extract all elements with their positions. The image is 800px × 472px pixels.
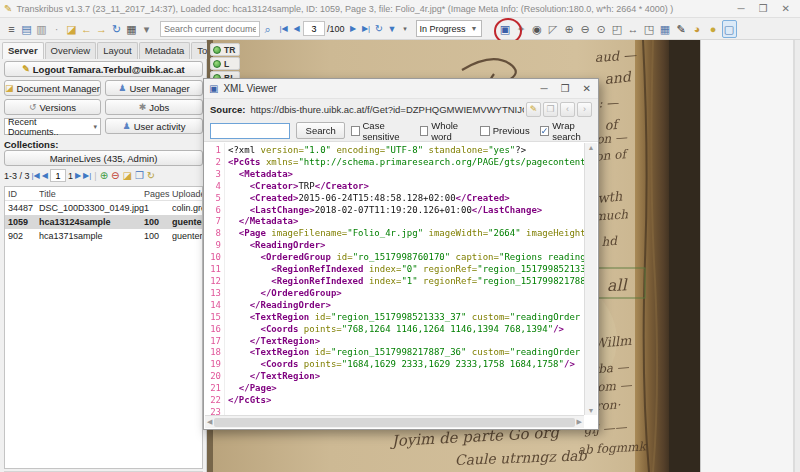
xml-code[interactable]: <?xml version="1.0" encoding="UTF-8" sta… — [225, 143, 584, 415]
dialog-close-button[interactable]: ✕ — [583, 83, 591, 94]
xml-horizontal-scrollbar[interactable]: ◀ ▶ — [205, 415, 584, 428]
pager-last-button[interactable]: ▶| — [83, 171, 91, 180]
checkbox-previous[interactable]: Previous — [480, 120, 530, 142]
reload-page-button[interactable]: ↻ — [373, 23, 386, 34]
xml-search-input[interactable] — [210, 123, 290, 139]
scroll-up-icon[interactable]: ▲ — [588, 144, 595, 151]
table-row-selected[interactable]: 1059 hca13124sample 100 guenter — [5, 215, 202, 229]
toggle-text-regions[interactable]: TR — [210, 43, 240, 56]
xml-line: <OrderedGroup id="ro_1517998760170" capt… — [228, 252, 584, 264]
image-mode-icon[interactable]: ▦ — [658, 20, 673, 38]
document-manager-button[interactable]: ◪ Document Manager — [4, 80, 101, 96]
first-page-button[interactable]: |◀ — [277, 24, 290, 33]
toggle-lines[interactable]: L — [210, 57, 240, 70]
line-number: 5 — [205, 193, 221, 205]
manuscript-word: aud — — [594, 47, 638, 65]
add-doc-icon[interactable]: ⊕ — [100, 170, 108, 181]
next-page-button[interactable]: ▶ — [347, 24, 360, 33]
folder-icon: ◪ — [5, 83, 14, 93]
tab-server[interactable]: Server — [2, 42, 44, 59]
recent-documents-combobox[interactable]: Recent Documents.. ▾ — [4, 118, 101, 135]
prev-page-button[interactable]: ◀ — [290, 24, 303, 33]
page-vertical-scrollbar[interactable] — [794, 40, 800, 472]
help-icon[interactable]: ● — [706, 20, 721, 38]
pen-icon[interactable]: ✎ — [674, 20, 689, 38]
palette-icon[interactable]: ◕ — [690, 20, 705, 38]
reload-doc-icon[interactable]: ↻ — [109, 20, 124, 38]
checkbox-wrap-search[interactable]: ✓Wrap search — [540, 120, 592, 142]
window-close-button[interactable]: ✕ — [782, 3, 790, 14]
fit-width-icon[interactable]: ↔ — [626, 20, 641, 38]
fit-page-icon[interactable]: ◰ — [610, 20, 625, 38]
pager-first-button[interactable]: |◀ — [32, 171, 40, 180]
checkbox-whole-word[interactable]: Whole word — [420, 120, 470, 142]
show-image-icon[interactable]: ◉ — [530, 20, 545, 38]
scroll-right-icon[interactable]: ▶ — [577, 418, 582, 426]
save-dropdown-caret-icon[interactable]: ▾ — [399, 25, 412, 33]
select-region-icon[interactable]: ◸ — [546, 20, 561, 38]
xml-viewer-dialog: ▣ XML Viewer ─ ❒ ✕ Source: https://dbis-… — [203, 78, 599, 430]
pager-page-input[interactable] — [50, 169, 66, 182]
tab-overview[interactable]: Overview — [45, 42, 97, 59]
table-row[interactable]: 34487 DSC_100D3300_0149.jpg 1 colin.gre — [5, 201, 202, 215]
fit-height-icon[interactable]: ◳ — [642, 20, 657, 38]
copy-icon[interactable]: ❐ — [543, 102, 558, 117]
collection-selector[interactable]: MarineLives (435, Admin) — [4, 150, 203, 166]
pointer-small-icon[interactable]: · — [49, 20, 64, 38]
window-maximize-button[interactable]: ❒ — [759, 3, 768, 14]
duplicate-icon[interactable]: ❐ — [135, 170, 144, 181]
window-titlebar: ✎ Transkribus v1.3.7 (23_11_2017_14:37),… — [0, 0, 800, 18]
prev-doc-icon[interactable]: ← — [79, 20, 94, 38]
status-combobox[interactable]: In Progress ▼ — [416, 20, 482, 37]
tab-metadata[interactable]: Metadata — [139, 42, 191, 59]
next-doc-icon[interactable]: → — [94, 20, 109, 38]
logout-button[interactable]: ✎ Logout Tamara.Terbul@uibk.ac.at — [4, 61, 203, 77]
xml-line — [228, 407, 584, 415]
focus-toggle-icon[interactable]: ▢ — [722, 20, 737, 38]
dialog-maximize-button[interactable]: ❒ — [561, 83, 570, 94]
transkribus-window: ✎ Transkribus v1.3.7 (23_11_2017_14:37),… — [0, 0, 800, 472]
zoom-out-icon[interactable]: ⊖ — [578, 20, 593, 38]
dialog-minimize-button[interactable]: ─ — [541, 83, 548, 94]
zoom-in-icon[interactable]: ⊕ — [562, 20, 577, 38]
open-doc-icon[interactable]: ◪ — [64, 20, 79, 38]
folder-icon[interactable]: ◪ — [122, 170, 131, 181]
overflow-icon[interactable]: ▾ — [139, 20, 154, 38]
menu-icon[interactable]: ≡ — [4, 20, 19, 38]
zoom-reset-icon[interactable]: ⊙ — [594, 20, 609, 38]
xml-content-area[interactable]: 1234567891011121314151617181920212223 <?… — [205, 143, 597, 415]
xml-vertical-scrollbar[interactable]: ▲ ▼ — [584, 143, 597, 415]
save-icon[interactable]: ▼ — [386, 24, 399, 34]
documents-table: ID Title Pages Uploade 34487 DSC_100D330… — [4, 186, 203, 469]
scroll-down-icon[interactable]: ▼ — [588, 407, 595, 414]
delete-doc-icon[interactable]: ⊖ — [111, 170, 119, 181]
xml-viewer-icon[interactable]: ▣ — [498, 20, 513, 38]
last-page-button[interactable]: ▶| — [360, 24, 373, 33]
export-icon[interactable]: ▦ — [124, 20, 139, 38]
xml-line: <RegionRefIndexed index="0" regionRef="r… — [228, 264, 584, 276]
pager-next-button[interactable]: ▶ — [75, 171, 81, 180]
pager-prev-button[interactable]: ◀ — [42, 171, 48, 180]
forward-icon[interactable]: › — [577, 102, 592, 117]
window-minimize-button[interactable]: ─ — [738, 3, 745, 14]
back-icon[interactable]: ‹ — [560, 102, 575, 117]
line-number-gutter: 1234567891011121314151617181920212223 — [205, 143, 225, 415]
jobs-button[interactable]: ✱ Jobs — [105, 99, 203, 115]
search-input[interactable] — [160, 21, 260, 37]
scroll-left-icon[interactable]: ◀ — [207, 418, 212, 426]
split-vertical-icon[interactable]: ▥ — [34, 20, 49, 38]
tab-layout[interactable]: Layout — [97, 42, 138, 59]
refresh-list-icon[interactable]: ↻ — [147, 170, 155, 181]
user-activity-button[interactable]: ♟ User activity — [105, 118, 203, 134]
table-row[interactable]: 902 hca1371sample 100 guenter — [5, 229, 202, 243]
dialog-titlebar[interactable]: ▣ XML Viewer ─ ❒ ✕ — [204, 79, 598, 99]
split-horizontal-icon[interactable]: ▤ — [19, 20, 34, 38]
checkbox-case-sensitive[interactable]: Case sensitive — [351, 120, 410, 142]
versions-button[interactable]: ↺ Versions — [4, 99, 101, 115]
page-number-input[interactable] — [303, 21, 325, 36]
search-icon[interactable]: ⌕ — [260, 20, 275, 38]
xml-search-button[interactable]: Search — [296, 122, 345, 139]
edit-icon[interactable]: ✎ — [526, 102, 541, 117]
user-manager-button[interactable]: ♟ User Manager — [105, 80, 203, 96]
scrollbar-thumb[interactable] — [214, 418, 574, 427]
